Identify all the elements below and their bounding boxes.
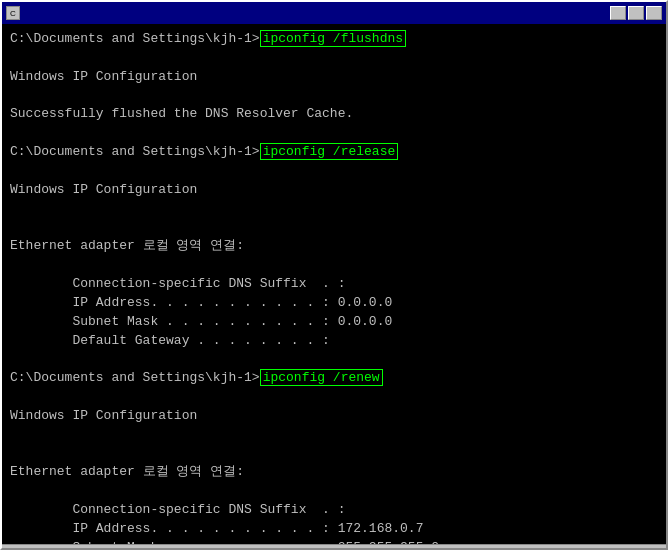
cmd-icon: C xyxy=(6,6,20,20)
console-line: Subnet Mask . . . . . . . . . . : 0.0.0.… xyxy=(10,313,658,332)
title-bar: C xyxy=(2,2,666,24)
command-highlight: ipconfig /release xyxy=(260,143,399,160)
title-buttons xyxy=(610,6,662,20)
console-line xyxy=(10,388,658,407)
console-line: Connection-specific DNS Suffix . : xyxy=(10,501,658,520)
console-line xyxy=(10,200,658,219)
title-bar-left: C xyxy=(6,6,24,20)
maximize-button[interactable] xyxy=(628,6,644,20)
console-line: C:\Documents and Settings\kjh-1>ipconfig… xyxy=(10,369,658,388)
minimize-button[interactable] xyxy=(610,6,626,20)
console-line: Ethernet adapter 로컬 영역 연결: xyxy=(10,237,658,256)
command-highlight: ipconfig /renew xyxy=(260,369,383,386)
bottom-bar xyxy=(2,544,666,548)
prompt-text: C:\Documents and Settings\kjh-1> xyxy=(10,144,260,159)
console-line xyxy=(10,87,658,106)
console-line: C:\Documents and Settings\kjh-1>ipconfig… xyxy=(10,143,658,162)
console-line: Default Gateway . . . . . . . . : xyxy=(10,332,658,351)
console-line xyxy=(10,49,658,68)
console-line xyxy=(10,482,658,501)
console-line: IP Address. . . . . . . . . . . : 0.0.0.… xyxy=(10,294,658,313)
console-line xyxy=(10,162,658,181)
console-line: Successfully flushed the DNS Resolver Ca… xyxy=(10,105,658,124)
console-line xyxy=(10,350,658,369)
prompt-text: C:\Documents and Settings\kjh-1> xyxy=(10,370,260,385)
console-line: Connection-specific DNS Suffix . : xyxy=(10,275,658,294)
prompt-text: C:\Documents and Settings\kjh-1> xyxy=(10,31,260,46)
console-line xyxy=(10,256,658,275)
close-button[interactable] xyxy=(646,6,662,20)
console-line: IP Address. . . . . . . . . . . : 172.16… xyxy=(10,520,658,539)
console-line: Windows IP Configuration xyxy=(10,181,658,200)
console-line xyxy=(10,445,658,464)
console-line: C:\Documents and Settings\kjh-1>ipconfig… xyxy=(10,30,658,49)
console-line: Ethernet adapter 로컬 영역 연결: xyxy=(10,463,658,482)
command-highlight: ipconfig /flushdns xyxy=(260,30,406,47)
console-body: C:\Documents and Settings\kjh-1>ipconfig… xyxy=(2,24,666,544)
window: C C:\Documents and Settings\kjh-1>ipconf… xyxy=(0,0,668,550)
console-line xyxy=(10,124,658,143)
console-line: Windows IP Configuration xyxy=(10,68,658,87)
console-line: Windows IP Configuration xyxy=(10,407,658,426)
console-line xyxy=(10,218,658,237)
console-line xyxy=(10,426,658,445)
